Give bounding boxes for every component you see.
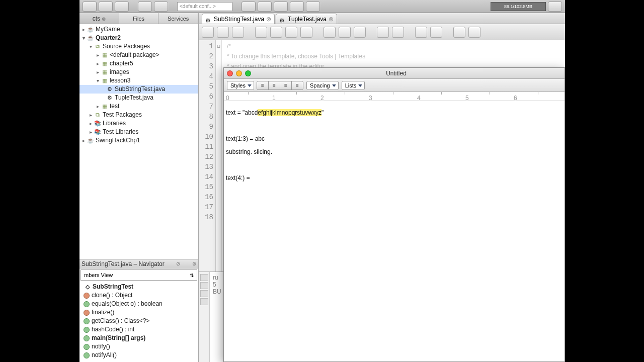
build-icon[interactable] [242,2,256,12]
run-icon[interactable] [274,2,288,12]
navigator-member-list[interactable]: ◇SubStringTest clone() : Object equals(O… [79,282,198,362]
project-tree[interactable]: ▸☕MyGame ▾☕Quarter2 ▾⧉Source Packages ▸▦… [79,24,198,259]
prev-occurrence-icon[interactable] [270,27,282,38]
tree-node-images[interactable]: ▸▦images [79,68,198,76]
close-icon[interactable]: ⊗ [192,261,196,266]
tab-projects-label: cts [93,15,100,22]
debug-icon[interactable] [290,2,304,12]
align-justify-icon[interactable]: ≡ [291,81,303,90]
config-dropdown[interactable]: <default conf...> [177,2,232,11]
gc-icon[interactable] [548,2,562,12]
save-output-icon[interactable] [200,298,208,305]
editor-tab-substringtest[interactable]: ⚙SubStringTest.java⊗ [202,14,275,24]
text-line [226,119,562,132]
last-edit-icon[interactable] [217,27,229,38]
text-span: text = "abcd [226,109,258,116]
close-icon[interactable]: ⊗ [266,14,271,24]
nav-method-hashcode[interactable]: hashCode() : int [79,325,198,334]
tree-node-libraries[interactable]: ▸📚Libraries [79,119,198,128]
undo-icon[interactable] [138,2,152,12]
tree-node-test[interactable]: ▸▦test [79,102,198,111]
tab-projects[interactable]: cts⊗ [79,13,119,24]
nav-method-clone[interactable]: clone() : Object [79,291,198,300]
align-right-icon[interactable]: ≡ [280,81,292,90]
tree-node-mygame[interactable]: ▸☕MyGame [79,25,198,34]
styles-dropdown[interactable]: Styles [227,81,254,90]
nav-method-finalize[interactable]: finalize() [79,308,198,317]
new-file-icon[interactable] [83,2,97,12]
tree-label: Test Libraries [103,128,138,136]
nav-method-notifyall[interactable]: notifyAll() [79,351,198,359]
memory-indicator[interactable]: 89.1/102.8MB [491,2,546,11]
nav-label: main(String[] args) [92,334,145,342]
shift-right-icon[interactable] [392,27,404,38]
redo-icon[interactable] [154,2,168,12]
tree-node-swinghack[interactable]: ▸☕SwingHackChp1 [79,136,198,145]
tree-label: SubStringTest.java [115,85,165,94]
lists-dropdown[interactable]: Lists [342,81,365,90]
save-icon[interactable] [115,2,129,12]
align-left-icon[interactable]: ≡ [257,81,269,90]
text-span-highlighted: efghijklmnopqrstuvwxyz [258,109,321,116]
textedit-title-bar[interactable]: Untitled [224,68,565,79]
textedit-window[interactable]: Untitled Styles ≡ ≡ ≡ ≡ Spacing Lists 0 … [223,67,565,362]
open-icon[interactable] [99,2,113,12]
stop-icon[interactable] [200,290,208,297]
toggle-bookmark-icon[interactable] [354,27,366,38]
text-span: " [321,109,324,116]
stop-macro-icon[interactable] [430,27,442,38]
close-icon[interactable]: ⊗ [102,16,106,22]
tree-node-default-package[interactable]: ▸▦<default package> [79,51,198,59]
nav-method-main[interactable]: main(String[] args) [79,334,198,342]
tree-node-tupletest[interactable]: ⚙TupleTest.java [79,94,198,102]
back-icon[interactable] [232,27,244,38]
toggle-highlight-icon[interactable] [300,27,312,38]
clean-icon[interactable] [258,2,272,12]
fold-gutter[interactable]: ⊟ [216,40,222,272]
nav-class[interactable]: ◇SubStringTest [79,283,198,291]
next-bookmark-icon[interactable] [339,27,351,38]
text-line: text(4:) = [226,171,562,185]
editor-tab-tupletest[interactable]: ⚙TupleTest.java⊗ [276,14,337,24]
comment-icon[interactable] [453,27,465,38]
next-occurrence-icon[interactable] [285,27,297,38]
tree-node-test-libraries[interactable]: ▸📚Test Libraries [79,128,198,136]
uncomment-icon[interactable] [468,27,480,38]
textedit-ruler[interactable]: 0 1 2 3 4 5 6 [224,92,565,101]
navigator-view-dropdown[interactable]: mbers View [80,269,197,281]
source-history-icon[interactable] [202,27,214,38]
run-icon[interactable] [200,282,208,289]
tree-label: test [110,102,119,111]
tree-node-source-packages[interactable]: ▾⧉Source Packages [79,42,198,51]
rerun-icon[interactable] [200,274,208,281]
tab-files[interactable]: Files [119,13,159,24]
tree-label: SwingHackChp1 [96,136,140,145]
start-macro-icon[interactable] [415,27,427,38]
tree-node-lesson3[interactable]: ▾▦lesson3 [79,76,198,85]
left-sidebar: cts⊗ Files Services ▸☕MyGame ▾☕Quarter2 … [79,13,199,362]
tree-node-test-packages[interactable]: ▸⧉Test Packages [79,111,198,119]
find-selection-icon[interactable] [255,27,267,38]
text-line: text = "abcdefghijklmnopqrstuvwxyz" [226,106,562,119]
align-center-icon[interactable]: ≡ [268,81,280,90]
tree-node-substringtest[interactable]: ⚙SubStringTest.java [79,85,198,94]
editor-tab-label: SubStringTest.java [214,14,264,24]
tree-node-quarter2[interactable]: ▾☕Quarter2 [79,34,198,42]
code-line: * To change this template, choose Tools … [227,51,565,61]
spacing-dropdown[interactable]: Spacing [306,81,339,90]
nav-label: SubStringTest [93,283,133,291]
tree-node-chapter5[interactable]: ▸▦chapter5 [79,59,198,68]
tree-label: lesson3 [110,76,130,85]
tab-services[interactable]: Services [158,13,198,24]
shift-left-icon[interactable] [377,27,389,38]
close-icon[interactable]: ⊗ [329,14,334,24]
nav-method-equals[interactable]: equals(Object o) : boolean [79,300,198,308]
minimize-icon[interactable]: ⊘ [176,261,180,266]
output-gutter [199,272,210,362]
nav-method-getclass[interactable]: getClass() : Class<?> [79,317,198,325]
textedit-document[interactable]: text = "abcdefghijklmnopqrstuvwxyz" text… [224,101,565,361]
line-number-gutter: 123456789101112131415161718 [199,40,216,272]
nav-method-notify[interactable]: notify() [79,342,198,351]
profile-icon[interactable] [306,2,320,12]
prev-bookmark-icon[interactable] [324,27,336,38]
